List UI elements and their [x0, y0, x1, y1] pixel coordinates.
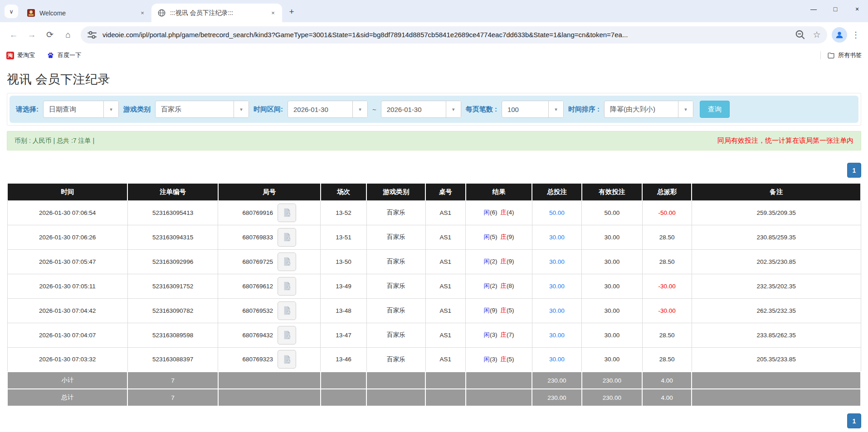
cell-session: 13-48 [321, 298, 367, 323]
new-tab-button[interactable]: + [285, 5, 298, 19]
summary-total-bet: 230.00 [532, 372, 581, 389]
round-number: 680769432 [242, 332, 273, 339]
page-size-select[interactable]: 100 ▾ [502, 101, 564, 118]
globe-icon [158, 9, 166, 17]
query-type-select[interactable]: 日期查询 ▾ [43, 101, 119, 118]
search-button[interactable]: 查询 [700, 101, 730, 118]
all-bookmarks-button[interactable]: 所有书签 [827, 51, 862, 59]
cell-game-type: 百家乐 [366, 200, 425, 225]
zoom-out-icon[interactable] [795, 29, 806, 41]
pagination-top: 1 [7, 163, 861, 178]
banker-label: 庄 [500, 331, 507, 338]
range-separator: ~ [372, 106, 376, 113]
back-icon[interactable]: ← [5, 27, 22, 43]
video-replay-button[interactable] [278, 252, 296, 271]
minimize-icon[interactable]: — [803, 0, 824, 18]
cell-total-bet-link[interactable]: 30.00 [532, 347, 581, 372]
page-size-label: 每页笔数 : [466, 105, 497, 114]
banker-points: (9) [507, 233, 514, 240]
cell-payout: 28.50 [642, 347, 692, 372]
profile-avatar[interactable] [832, 27, 847, 43]
home-icon[interactable]: ⌂ [60, 27, 76, 43]
column-header: 场次 [321, 184, 367, 200]
bookmark-baidu[interactable]: 百度一下 [47, 51, 81, 59]
cell-game-type: 百家乐 [366, 249, 425, 274]
summary-currency-count: 币别 : 人民币 | 总共 :7 注单 | [15, 137, 94, 145]
reload-icon[interactable]: ⟳ [42, 27, 58, 43]
cell-total-bet-link[interactable]: 30.00 [532, 249, 581, 274]
url-bar[interactable]: videoie.com/ipl/portal.php/game/betrecor… [81, 26, 827, 44]
banker-label: 庄 [500, 233, 507, 240]
cell-bet-number: 523163090782 [127, 298, 218, 323]
banker-label: 庄 [500, 282, 507, 289]
player-label: 闲 [483, 356, 490, 363]
bookmark-star-icon[interactable]: ☆ [811, 29, 823, 41]
cell-remark: 262.35/232.35 [692, 298, 861, 323]
summary-bar: 币别 : 人民币 | 总共 :7 注单 | 同局有效投注，统一计算在该局第一张注… [7, 131, 861, 150]
cell-remark: 230.85/259.35 [692, 225, 861, 249]
cell-total-bet-link[interactable]: 50.00 [532, 200, 581, 225]
page-button[interactable]: 1 [847, 163, 861, 178]
game-type-select[interactable]: 百家乐 ▾ [155, 101, 249, 118]
round-number: 680769725 [242, 258, 273, 265]
maximize-icon[interactable]: □ [824, 0, 846, 18]
cell-session: 13-46 [321, 347, 367, 372]
cell-game-type: 百家乐 [366, 225, 425, 249]
cell-valid-bet: 30.00 [582, 347, 643, 372]
cell-session: 13-47 [321, 323, 367, 347]
close-tab-icon[interactable]: × [138, 9, 147, 18]
bookmark-taobao[interactable]: 淘 爱淘宝 [6, 51, 35, 59]
cell-total-bet-link[interactable]: 30.00 [532, 298, 581, 323]
site-settings-icon[interactable] [86, 29, 98, 41]
video-replay-button[interactable] [278, 277, 296, 296]
banker-label: 庄 [500, 356, 507, 363]
cell-round-number: 680769323 [218, 347, 321, 372]
video-replay-button[interactable] [278, 350, 296, 369]
cell-round-number: 680769532 [218, 298, 321, 323]
tab-welcome[interactable]: Welcome × [21, 4, 151, 22]
summary-payout: 4.00 [642, 372, 692, 389]
browser-menu-icon[interactable]: ⋮ [849, 28, 863, 42]
column-header: 时间 [7, 184, 127, 200]
cell-bet-number: 523163095413 [127, 200, 218, 225]
video-replay-button[interactable] [278, 228, 296, 247]
cell-time: 2026-01-30 07:06:54 [7, 200, 127, 225]
tab-betrecord[interactable]: :::视讯 会员下注纪录::: × [151, 4, 282, 22]
bookmark-label: 爱淘宝 [17, 51, 35, 59]
date-from-select[interactable]: 2026-01-30 ▾ [288, 101, 368, 118]
close-tab-icon[interactable]: × [268, 9, 278, 18]
browser-toolbar: ← → ⟳ ⌂ videoie.com/ipl/portal.php/game/… [0, 22, 868, 47]
cell-remark: 233.85/262.35 [692, 323, 861, 347]
column-header: 结果 [466, 184, 532, 200]
cell-table-number: AS1 [425, 249, 465, 274]
video-replay-button[interactable] [278, 301, 296, 320]
cell-result: 闲(3)庄(7) [466, 323, 532, 347]
summary-total-bet: 230.00 [532, 389, 581, 406]
player-label: 闲 [483, 209, 490, 216]
date-to-select[interactable]: 2026-01-30 ▾ [381, 101, 461, 118]
url-text[interactable]: videoie.com/ipl/portal.php/game/betrecor… [102, 31, 790, 39]
round-number: 680769612 [242, 283, 273, 290]
summary-count: 7 [127, 372, 218, 389]
video-replay-button[interactable] [278, 204, 296, 222]
cell-total-bet-link[interactable]: 30.00 [532, 323, 581, 347]
cell-remark: 232.35/202.35 [692, 274, 861, 298]
sort-select[interactable]: 降幂(由大到小) ▾ [604, 101, 693, 118]
tab-search-button[interactable]: ∨ [5, 5, 18, 18]
table-row: 2026-01-30 07:06:54 523163095413 6807699… [7, 200, 861, 225]
caret-down-icon: ▾ [234, 101, 249, 117]
forward-icon[interactable]: → [24, 27, 40, 43]
cell-total-bet-link[interactable]: 30.00 [532, 225, 581, 249]
column-header: 桌号 [425, 184, 465, 200]
cell-round-number: 680769725 [218, 249, 321, 274]
video-replay-button[interactable] [278, 326, 296, 345]
close-icon[interactable]: × [846, 0, 868, 18]
cell-total-bet-link[interactable]: 30.00 [532, 274, 581, 298]
page-button[interactable]: 1 [847, 413, 861, 428]
video-replay-icon [282, 232, 292, 242]
cell-payout: -30.00 [642, 298, 692, 323]
cell-time: 2026-01-30 07:04:07 [7, 323, 127, 347]
cell-time: 2026-01-30 07:05:47 [7, 249, 127, 274]
cell-remark: 202.35/230.85 [692, 249, 861, 274]
chevron-down-icon: ∨ [9, 8, 14, 15]
